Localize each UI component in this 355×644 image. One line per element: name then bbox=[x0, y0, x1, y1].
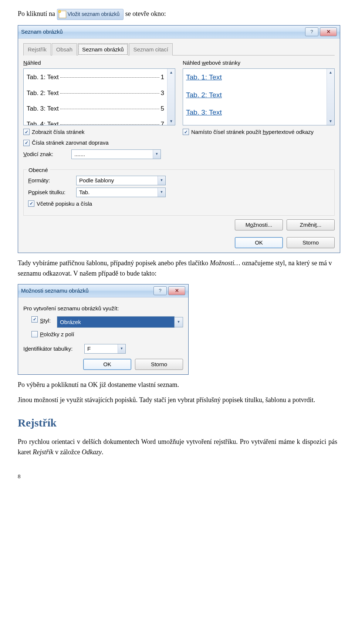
checkbox-include-label-number[interactable]: ✓Včetně popisku a čísla bbox=[28, 199, 330, 208]
checkbox-use-hyperlinks[interactable]: ✓Namísto čísel stránek použít hypertexto… bbox=[183, 128, 335, 136]
preview-print-label: Náhled bbox=[23, 58, 175, 67]
preview-link: Tab. 3: Text bbox=[186, 107, 324, 118]
dialog-title: Možnosti seznamu obrázků bbox=[21, 286, 152, 295]
modify-button[interactable]: Změnit... bbox=[287, 219, 335, 230]
scroll-up-icon[interactable]: ▲ bbox=[168, 69, 175, 76]
scrollbar[interactable]: ▲▼ bbox=[167, 69, 175, 125]
cancel-button[interactable]: Storno bbox=[287, 237, 335, 248]
ok-button[interactable]: OK bbox=[83, 359, 131, 370]
options-button[interactable]: Možnosti... bbox=[235, 219, 283, 230]
preview-link: Tab. 2: Text bbox=[186, 90, 324, 100]
scroll-up-icon[interactable]: ▲ bbox=[327, 69, 334, 76]
help-button[interactable]: ? bbox=[305, 27, 318, 36]
checkbox-right-align[interactable]: ✓Čísla stránek zarovnat doprava bbox=[23, 138, 175, 147]
intro-paragraph: Po kliknutí na Vložit seznam obrázků se … bbox=[18, 9, 337, 20]
tof-options-dialog: Možnosti seznamu obrázků ? ✕ Pro vytvoře… bbox=[18, 284, 189, 375]
table-id-select[interactable]: F▼ bbox=[84, 344, 126, 354]
preview-row: Tab. 1: Text1 bbox=[27, 73, 164, 82]
scroll-down-icon[interactable]: ▼ bbox=[168, 118, 175, 125]
caption-label-label: Popisek titulku: bbox=[28, 188, 76, 196]
leader-select[interactable]: .......▼ bbox=[71, 149, 161, 159]
dropdown-arrow-icon: ▼ bbox=[158, 188, 165, 197]
ok-button[interactable]: OK bbox=[235, 237, 283, 248]
paragraph-3: Po výběru a pokliknutí na OK již dostane… bbox=[18, 380, 337, 390]
paragraph-2: Tady vybíráme patřičnou šablonu, případn… bbox=[18, 258, 337, 279]
checkbox-style[interactable]: ✓ Styl: Obrázek ▼ bbox=[31, 316, 183, 328]
table-id-label: Identifikátor tabulky: bbox=[23, 344, 84, 353]
dropdown-arrow-icon: ▼ bbox=[118, 344, 125, 353]
titlebar: Seznam obrázků ? ✕ bbox=[18, 26, 340, 38]
cancel-button[interactable]: Storno bbox=[135, 359, 183, 370]
tab-index[interactable]: Rejstřík bbox=[23, 43, 51, 55]
scroll-down-icon[interactable]: ▼ bbox=[327, 118, 334, 125]
page-number: 8 bbox=[18, 472, 337, 481]
insert-tof-icon bbox=[59, 11, 66, 18]
dropdown-arrow-icon: ▼ bbox=[153, 150, 160, 159]
tab-strip: Rejstřík Obsah Seznam obrázků Seznam cit… bbox=[23, 43, 335, 55]
preview-row: Tab. 2: Text3 bbox=[27, 88, 164, 98]
close-button[interactable]: ✕ bbox=[320, 27, 337, 36]
preview-web-label: Náhled webové stránky bbox=[183, 58, 335, 67]
scrollbar[interactable]: ▲▼ bbox=[327, 69, 334, 125]
preview-web: Tab. 1: Text Tab. 2: Text Tab. 3: Text ▲… bbox=[183, 68, 335, 125]
checkbox-show-page-numbers[interactable]: ✓Zobrazit čísla stránek bbox=[23, 128, 175, 136]
options-lead: Pro vytvoření seznamu obrázků využít: bbox=[23, 304, 183, 313]
close-button[interactable]: ✕ bbox=[168, 286, 185, 295]
table-of-figures-dialog: Seznam obrázků ? ✕ Rejstřík Obsah Seznam… bbox=[18, 25, 340, 253]
style-select-value[interactable]: Obrázek bbox=[57, 316, 175, 328]
ribbon-insert-tof-button: Vložit seznam obrázků bbox=[57, 9, 124, 20]
caption-label-select[interactable]: Tab.▼ bbox=[76, 188, 166, 197]
paragraph-4: Jinou možností je využít stávajících pop… bbox=[18, 395, 337, 405]
dropdown-arrow-icon[interactable]: ▼ bbox=[175, 317, 183, 327]
help-button[interactable]: ? bbox=[153, 286, 167, 295]
preview-link: Tab. 1: Text bbox=[186, 72, 324, 82]
titlebar: Možnosti seznamu obrázků ? ✕ bbox=[18, 284, 188, 297]
preview-row: Tab. 4: Text7 bbox=[27, 119, 164, 125]
leader-label: Vodicí znak: bbox=[23, 150, 71, 158]
formats-select[interactable]: Podle šablony▼ bbox=[76, 176, 166, 185]
preview-row: Tab. 3: Text5 bbox=[27, 104, 164, 114]
formats-label: Formáty: bbox=[28, 176, 76, 185]
dropdown-arrow-icon: ▼ bbox=[158, 176, 165, 185]
heading-rejstrik: Rejstřík bbox=[18, 414, 337, 432]
paragraph-5: Pro rychlou orientaci v delších dokument… bbox=[18, 437, 337, 458]
general-group-label: Obecné bbox=[27, 166, 50, 174]
tab-toc[interactable]: Obsah bbox=[52, 43, 77, 55]
checkbox-fields[interactable]: Položky z polí bbox=[31, 330, 183, 338]
preview-print: Tab. 1: Text1 Tab. 2: Text3 Tab. 3: Text… bbox=[23, 68, 175, 125]
dialog-title: Seznam obrázků bbox=[21, 27, 304, 36]
tab-citations[interactable]: Seznam citací bbox=[129, 43, 173, 55]
tab-tof[interactable]: Seznam obrázků bbox=[78, 43, 128, 55]
